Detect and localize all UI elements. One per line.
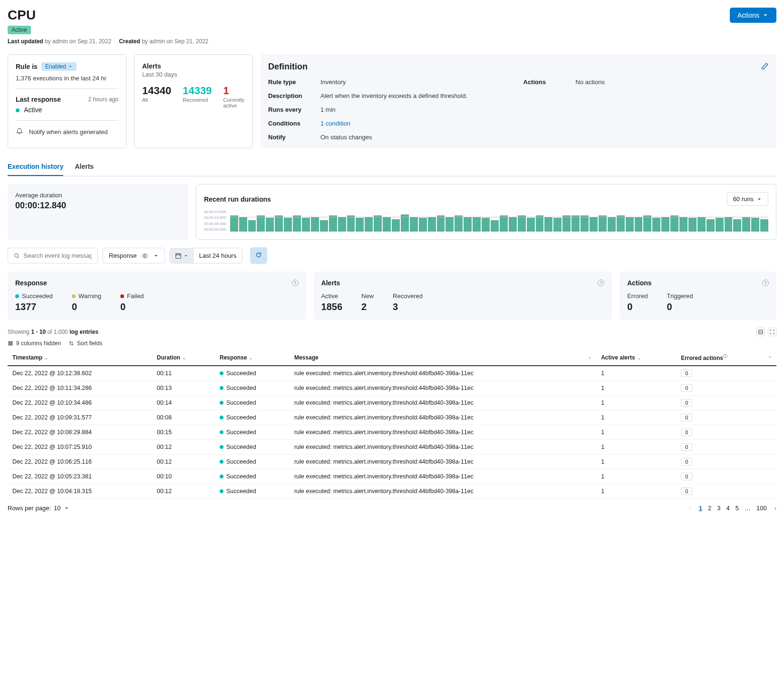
help-icon[interactable]: ? <box>292 280 299 286</box>
chart-bar <box>464 217 472 232</box>
def-conditions-label: Conditions <box>268 120 311 127</box>
cell-duration: 00:11 <box>152 366 215 381</box>
cell-duration: 00:12 <box>152 455 215 469</box>
cell-response: Succeeded <box>215 410 290 425</box>
last-updated-meta: Last updated by admin on Sep 21, 2022 <box>8 38 111 45</box>
actions-button[interactable]: Actions <box>730 8 776 23</box>
table-row[interactable]: Dec 22, 2022 @ 10:11:34.286 00:13 Succee… <box>8 381 776 396</box>
cell-message: rule executed: metrics.alert.inventory.t… <box>290 366 596 381</box>
cell-response: Succeeded <box>215 381 290 396</box>
table-row[interactable]: Dec 22, 2022 @ 10:08:29.884 00:15 Succee… <box>8 425 776 440</box>
table-row[interactable]: Dec 22, 2022 @ 10:10:34.486 00:14 Succee… <box>8 396 776 410</box>
fullscreen-icon[interactable] <box>768 328 776 336</box>
chart-bar <box>293 215 301 232</box>
executions-count: 1,376 executions in the last 24 hr <box>16 75 118 82</box>
alerts-stats-title: Alerts <box>321 279 340 287</box>
actions-stats-panel: Actions ? Errored 0 Triggered 0 <box>619 272 776 320</box>
tab-alerts[interactable]: Alerts <box>75 158 94 176</box>
cell-message: rule executed: metrics.alert.inventory.t… <box>290 484 596 499</box>
chart-bar <box>742 217 750 232</box>
rows-per-page[interactable]: Rows per page: 10 <box>8 505 69 512</box>
help-icon[interactable]: ? <box>762 280 769 286</box>
chart-bar <box>553 218 561 232</box>
page-number[interactable]: 2 <box>705 504 714 513</box>
search-input[interactable] <box>23 252 92 259</box>
page-number[interactable]: 100 <box>754 504 770 513</box>
last-response-status: Active <box>16 106 118 114</box>
page-number[interactable]: 3 <box>714 504 723 513</box>
columns-icon <box>8 340 13 346</box>
prev-page[interactable]: ‹ <box>689 505 691 512</box>
cell-active-alerts: 1 <box>596 455 676 469</box>
col-response[interactable]: Response⌄ <box>215 350 290 366</box>
cell-active-alerts: 1 <box>596 425 676 440</box>
help-icon[interactable]: ? <box>598 280 604 286</box>
col-active-alerts[interactable]: Active alerts⌄ <box>596 350 676 366</box>
table-row[interactable]: Dec 22, 2022 @ 10:07:25.910 00:12 Succee… <box>8 440 776 455</box>
chart-bar <box>670 215 678 232</box>
cell-errored: 0 <box>676 396 776 410</box>
chevron-down-icon <box>184 253 188 258</box>
page-number[interactable]: … <box>742 504 754 513</box>
chart-bar <box>652 218 660 232</box>
cell-errored: 0 <box>676 425 776 440</box>
chart-bar <box>608 217 616 232</box>
table-row[interactable]: Dec 22, 2022 @ 10:06:25.116 00:12 Succee… <box>8 455 776 469</box>
avg-duration-card: Average duration 00:00:12.840 <box>8 184 188 240</box>
cell-message: rule executed: metrics.alert.inventory.t… <box>290 440 596 455</box>
chart-bar <box>302 218 310 232</box>
cell-active-alerts: 1 <box>596 410 676 425</box>
next-page[interactable]: › <box>774 505 776 512</box>
page-number[interactable]: 5 <box>733 504 742 513</box>
stat-warning: Warning 0 <box>72 292 101 312</box>
chart-bar <box>455 215 463 232</box>
table-row[interactable]: Dec 22, 2022 @ 10:12:38.602 00:11 Succee… <box>8 366 776 381</box>
chart-bar <box>410 217 418 232</box>
cell-response: Succeeded <box>215 484 290 499</box>
page-title: CPU <box>8 8 36 23</box>
columns-hidden-button[interactable]: 9 columns hidden <box>8 340 61 347</box>
cell-timestamp: Dec 22, 2022 @ 10:10:34.486 <box>8 396 152 410</box>
search-box[interactable] <box>8 248 98 263</box>
refresh-button[interactable] <box>250 247 267 264</box>
chart-bar <box>275 215 283 232</box>
chart-bar <box>733 219 741 232</box>
cell-timestamp: Dec 22, 2022 @ 10:08:29.884 <box>8 425 152 440</box>
col-message[interactable]: Message⌄ <box>290 350 596 366</box>
table-row[interactable]: Dec 22, 2022 @ 10:04:18.315 00:12 Succee… <box>8 484 776 499</box>
tab-execution-history[interactable]: Execution history <box>8 158 63 176</box>
date-picker-button[interactable] <box>170 248 194 263</box>
col-timestamp[interactable]: Timestamp⌄ <box>8 350 152 366</box>
definition-title: Definition <box>268 62 308 72</box>
chart-bar <box>518 215 526 232</box>
enabled-toggle[interactable]: Enabled <box>41 62 77 71</box>
sort-fields-button[interactable]: Sort fields <box>68 340 102 347</box>
cell-response: Succeeded <box>215 455 290 469</box>
chart-bar <box>482 218 490 232</box>
chart-bar <box>590 217 598 232</box>
table-row[interactable]: Dec 22, 2022 @ 10:09:31.577 00:08 Succee… <box>8 410 776 425</box>
cell-errored: 0 <box>676 455 776 469</box>
runs-select[interactable]: 60 runs <box>727 192 768 206</box>
chart-bar <box>491 220 499 232</box>
page-number[interactable]: 4 <box>723 504 732 513</box>
edit-icon[interactable] <box>761 62 769 71</box>
col-duration[interactable]: Duration⌄ <box>152 350 215 366</box>
def-notify-value: On status changes <box>320 134 514 141</box>
chart-bar <box>635 217 643 232</box>
page-number[interactable]: 1 <box>696 504 705 513</box>
response-filter[interactable]: Response 0 <box>103 248 165 263</box>
table-row[interactable]: Dec 22, 2022 @ 10:05:23.381 00:10 Succee… <box>8 469 776 484</box>
density-icon[interactable] <box>756 328 765 336</box>
chart-bar <box>509 217 517 232</box>
status-dot-icon <box>16 108 19 112</box>
cell-response: Succeeded <box>215 469 290 484</box>
actions-stats-title: Actions <box>627 279 651 287</box>
def-conditions-value[interactable]: 1 condition <box>320 120 514 127</box>
col-errored-actions[interactable]: Errored actionsⓘ⌄ <box>676 350 776 366</box>
date-range-display[interactable]: Last 24 hours <box>194 248 243 263</box>
cell-active-alerts: 1 <box>596 396 676 410</box>
run-durations-chart: Recent run durations 60 runs 00:00:15.00… <box>196 184 776 240</box>
chart-bar <box>356 218 364 232</box>
def-actions-label: Actions <box>523 78 566 86</box>
